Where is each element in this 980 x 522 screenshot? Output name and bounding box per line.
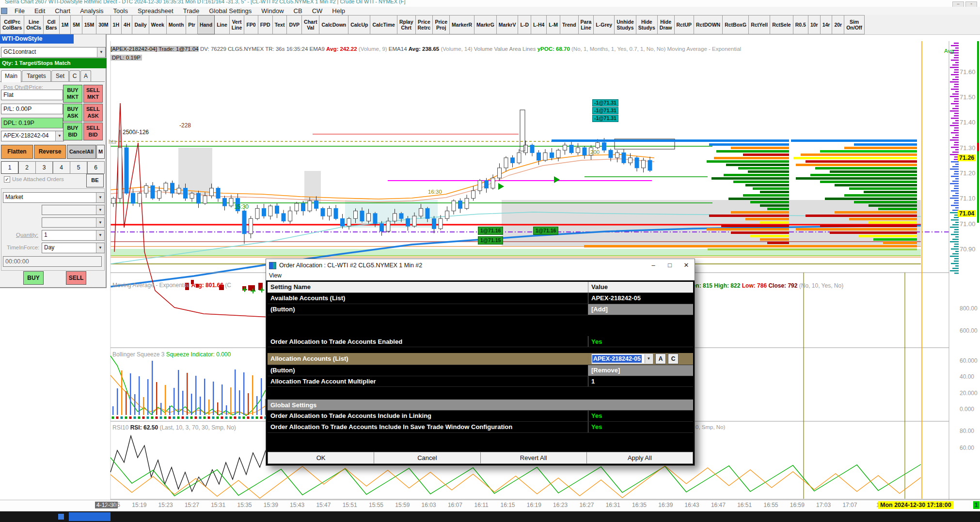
chevron-down-icon[interactable]: ▼ — [96, 193, 104, 202]
sell-mkt-button[interactable]: SELL MKT — [83, 85, 103, 103]
subpanel-tick: 800.00 — [960, 305, 978, 312]
sell-bid-button[interactable]: SELL BID — [83, 123, 103, 140]
chevron-down-icon[interactable]: ▼ — [97, 47, 105, 57]
setting-row[interactable]: (Button)[Remove] — [268, 365, 693, 376]
use-attached-orders-label: Use Attached Orders — [12, 176, 64, 182]
time-tick: 15:47 — [316, 502, 331, 508]
info-segment: Avg: 242.22 — [326, 46, 357, 52]
time-tick: 15:43 — [290, 502, 304, 508]
chevron-down-icon[interactable]: ▼ — [55, 131, 63, 141]
qty-preset-5[interactable]: 5 — [70, 161, 87, 174]
price-tick: 71.40 — [960, 119, 976, 126]
tif-select[interactable]: Day▼ — [42, 243, 105, 253]
time-tick: 16:31 — [606, 502, 620, 508]
ma-panel-label: Moving Average - Exponential Avg: 801.66… — [112, 282, 231, 289]
m-button[interactable]: M — [96, 145, 105, 159]
info-segment: (Volume, 9) — [357, 46, 389, 52]
price-tick: 70.90 — [960, 246, 976, 253]
chevron-down-icon[interactable]: ▼ — [645, 354, 652, 363]
time-tick: 16:35 — [632, 502, 647, 508]
buy-mkt-button[interactable]: BUY MKT — [63, 85, 82, 103]
dialog-title: Order Allocation : CL-WTI #2 CLG5.NYMEX … — [279, 262, 422, 269]
info-segment: EMA14 — [389, 46, 409, 52]
sierra-chart-window: Sierra Chart 2607 WTI-DowStyle Rithmic D… — [0, 0, 980, 522]
trade-panel-title[interactable]: WTI-DowStyle — [0, 34, 74, 44]
blank-row — [268, 433, 693, 452]
last-price-chip: 71.04 — [958, 210, 976, 217]
apply-all-button[interactable]: Apply All — [587, 452, 693, 464]
qty-preset-6[interactable]: 6 — [87, 161, 105, 174]
chart-annotation: 2500/-126 — [123, 129, 149, 136]
dialog-menubar: View — [266, 272, 695, 280]
attached-order-2-select: ▼ — [42, 217, 105, 228]
reverse-button[interactable]: Reverse — [34, 145, 66, 159]
tab-main[interactable]: Main — [1, 70, 21, 82]
dialog-titlebar[interactable]: Order Allocation : CL-WTI #2 CLG5.NYMEX … — [266, 259, 695, 272]
buy-bid-button[interactable]: BUY BID — [63, 123, 82, 140]
buy-button[interactable]: BUY — [23, 271, 44, 285]
time-tick: 16:11 — [474, 502, 489, 508]
tab-c[interactable]: C — [69, 70, 80, 81]
dialog-maximize-button[interactable]: □ — [662, 259, 678, 272]
setting-row[interactable]: Available Accounts (List)APEX-218242-05 — [268, 293, 693, 304]
quantity-select[interactable]: 1▼ — [42, 230, 105, 241]
dialog-close-button[interactable]: ✕ — [678, 259, 695, 272]
attached-order-1-select: ▼ — [42, 205, 105, 215]
ok-button[interactable]: OK — [268, 452, 374, 464]
a-button[interactable]: A — [655, 353, 666, 364]
setting-row[interactable]: Order Allocation to Trade Accounts Enabl… — [268, 336, 693, 347]
sell-ask-button[interactable]: SELL ASK — [83, 104, 103, 122]
qty-preset-3[interactable]: 3 — [35, 161, 53, 174]
taskbar[interactable] — [0, 511, 980, 522]
setting-row[interactable]: Allocation Accounts (List)APEX-218242-05… — [268, 353, 693, 365]
sell-button[interactable]: SELL — [66, 271, 86, 285]
price-tick: 71.50 — [960, 93, 976, 101]
time-tick: 17:03 — [816, 502, 831, 508]
info-segment: DV: 76229 CLG5.NYMEX TR: 36s 16:35:24 — [199, 46, 310, 52]
rsi-right-label-fragment: 0, Smp, No) — [695, 424, 725, 430]
use-attached-orders-checkbox[interactable]: ✓ — [4, 176, 10, 183]
qty-preset-4[interactable]: 4 — [53, 161, 70, 174]
setting-row[interactable]: Order Allocation to Trade Accounts Inclu… — [268, 411, 693, 422]
dialog-menu-view[interactable]: View — [269, 272, 282, 279]
chevron-down-icon[interactable]: ▼ — [96, 243, 104, 253]
section-header: Global Settings — [268, 399, 696, 410]
taskbar-active-app[interactable] — [69, 512, 111, 521]
pl-field[interactable]: P/L: 0.00P — [1, 104, 63, 114]
sell-order-chip: -1@71.31 — [592, 99, 618, 107]
setting-row[interactable]: (Button)[Add] — [268, 304, 693, 315]
c-button[interactable]: C — [668, 353, 679, 364]
buy-ask-button[interactable]: BUY ASK — [63, 104, 82, 122]
cancel-button[interactable]: Cancel — [374, 452, 480, 464]
qty-preset-1[interactable]: 1 — [1, 161, 18, 174]
symbol-select[interactable]: GC1contract▼ — [1, 47, 106, 58]
dpl-field: DPL: 0.19P — [1, 118, 63, 128]
col-value: Value — [588, 282, 693, 292]
time-tick: 15:55 — [369, 502, 383, 508]
tab-set[interactable]: Set — [51, 70, 69, 81]
flatten-button[interactable]: Flatten — [1, 145, 33, 159]
tab-a[interactable]: A — [80, 70, 91, 81]
time-axis[interactable]: 4-12-30 17 Mon 2024-12-30 17:18:00 1 15:… — [0, 500, 980, 512]
dialog-minimize-button[interactable]: – — [645, 259, 662, 272]
setting-row[interactable]: Order Allocation To Trade Accounts Inclu… — [268, 422, 693, 433]
position-field[interactable]: Flat — [1, 90, 63, 100]
setting-row[interactable]: Allocation Trade Account Multiplier1 — [268, 376, 693, 387]
allocation-account-select[interactable]: APEX-218242-05▼ — [591, 353, 653, 364]
subpanel-tick: 600.00 — [960, 327, 978, 334]
revert-all-button[interactable]: Revert All — [481, 452, 587, 464]
taskbar-icon[interactable] — [58, 514, 64, 520]
account-select[interactable]: APEX-218242-04▼ — [1, 131, 64, 141]
be-button[interactable]: BE — [86, 174, 104, 187]
cancel-all-button[interactable]: CancelAll — [67, 145, 96, 159]
trade-panel: WTI-DowStyle GC1contract▼ Qty: 1 Target/… — [0, 34, 107, 288]
time-tick: 16:47 — [711, 502, 726, 508]
chevron-down-icon[interactable]: ▼ — [96, 230, 104, 240]
order-type-select[interactable]: Market▼ — [3, 192, 105, 203]
subpanel-tick: 20.000 — [960, 390, 978, 397]
qty-preset-2[interactable]: 2 — [18, 161, 36, 174]
chart-annotation: hts — [109, 138, 116, 145]
sell-order-chip: -1@71.31 — [592, 115, 618, 122]
time-tick: 16:27 — [579, 502, 594, 508]
tab-targets[interactable]: Targets — [22, 70, 51, 81]
